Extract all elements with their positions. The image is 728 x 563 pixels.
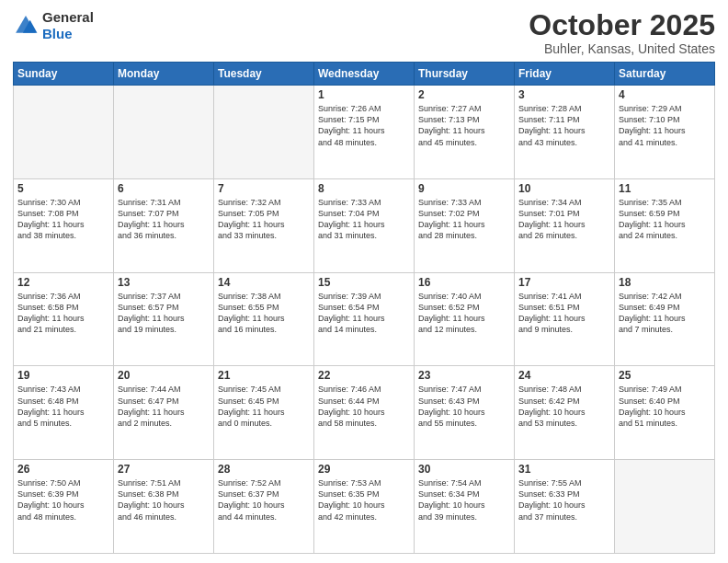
- day-header-wednesday: Wednesday: [314, 63, 415, 86]
- day-header-sunday: Sunday: [14, 63, 114, 86]
- day-number: 5: [17, 182, 109, 195]
- day-cell: 20Sunrise: 7:44 AM Sunset: 6:47 PM Dayli…: [114, 366, 214, 460]
- day-info: Sunrise: 7:33 AM Sunset: 7:02 PM Dayligh…: [418, 197, 510, 242]
- day-info: Sunrise: 7:55 AM Sunset: 6:33 PM Dayligh…: [518, 477, 610, 523]
- day-number: 1: [318, 88, 410, 101]
- logo-general: General: [42, 9, 94, 26]
- day-number: 20: [118, 369, 210, 382]
- day-cell: 29Sunrise: 7:53 AM Sunset: 6:35 PM Dayli…: [314, 460, 415, 554]
- week-row-2: 5Sunrise: 7:30 AM Sunset: 7:08 PM Daylig…: [14, 178, 715, 272]
- day-cell: 17Sunrise: 7:41 AM Sunset: 6:51 PM Dayli…: [515, 272, 615, 366]
- day-info: Sunrise: 7:35 AM Sunset: 6:59 PM Dayligh…: [619, 197, 711, 242]
- title-block: October 2025 Buhler, Kansas, United Stat…: [529, 9, 715, 56]
- day-info: Sunrise: 7:48 AM Sunset: 6:42 PM Dayligh…: [518, 384, 610, 429]
- day-cell: 14Sunrise: 7:38 AM Sunset: 6:55 PM Dayli…: [214, 272, 314, 366]
- day-info: Sunrise: 7:30 AM Sunset: 7:08 PM Dayligh…: [17, 197, 109, 242]
- logo-blue: Blue: [42, 26, 94, 42]
- day-header-friday: Friday: [515, 63, 615, 86]
- logo-text: General Blue: [42, 9, 94, 42]
- day-number: 30: [418, 463, 510, 476]
- day-info: Sunrise: 7:31 AM Sunset: 7:07 PM Dayligh…: [118, 197, 210, 242]
- day-number: 12: [17, 276, 109, 289]
- day-number: 9: [418, 182, 510, 195]
- day-number: 15: [318, 276, 410, 289]
- day-info: Sunrise: 7:38 AM Sunset: 6:55 PM Dayligh…: [218, 291, 310, 336]
- day-info: Sunrise: 7:50 AM Sunset: 6:39 PM Dayligh…: [17, 477, 109, 523]
- day-info: Sunrise: 7:51 AM Sunset: 6:38 PM Dayligh…: [118, 477, 210, 523]
- day-info: Sunrise: 7:49 AM Sunset: 6:40 PM Dayligh…: [619, 384, 711, 429]
- day-number: 10: [518, 182, 610, 195]
- day-cell: 21Sunrise: 7:45 AM Sunset: 6:45 PM Dayli…: [214, 366, 314, 460]
- day-info: Sunrise: 7:40 AM Sunset: 6:52 PM Dayligh…: [418, 291, 510, 336]
- day-cell: 9Sunrise: 7:33 AM Sunset: 7:02 PM Daylig…: [415, 178, 515, 272]
- day-number: 3: [518, 88, 610, 101]
- day-cell: 4Sunrise: 7:29 AM Sunset: 7:10 PM Daylig…: [615, 86, 715, 179]
- day-info: Sunrise: 7:47 AM Sunset: 6:43 PM Dayligh…: [418, 384, 510, 429]
- day-cell: 16Sunrise: 7:40 AM Sunset: 6:52 PM Dayli…: [415, 272, 515, 366]
- day-cell: 5Sunrise: 7:30 AM Sunset: 7:08 PM Daylig…: [14, 178, 114, 272]
- day-info: Sunrise: 7:27 AM Sunset: 7:13 PM Dayligh…: [418, 103, 510, 148]
- day-cell: [114, 86, 214, 179]
- location: Buhler, Kansas, United States: [529, 41, 715, 56]
- page: General Blue October 2025 Buhler, Kansas…: [0, 0, 728, 563]
- day-cell: 10Sunrise: 7:34 AM Sunset: 7:01 PM Dayli…: [515, 178, 615, 272]
- day-info: Sunrise: 7:54 AM Sunset: 6:34 PM Dayligh…: [418, 477, 510, 523]
- month-title: October 2025: [529, 9, 715, 41]
- day-cell: 19Sunrise: 7:43 AM Sunset: 6:48 PM Dayli…: [14, 366, 114, 460]
- day-info: Sunrise: 7:46 AM Sunset: 6:44 PM Dayligh…: [318, 384, 410, 429]
- day-number: 13: [118, 276, 210, 289]
- day-header-saturday: Saturday: [615, 63, 715, 86]
- day-info: Sunrise: 7:36 AM Sunset: 6:58 PM Dayligh…: [17, 291, 109, 336]
- day-cell: [214, 86, 314, 179]
- day-number: 21: [218, 369, 310, 382]
- day-info: Sunrise: 7:43 AM Sunset: 6:48 PM Dayligh…: [17, 384, 109, 429]
- day-number: 14: [218, 276, 310, 289]
- day-number: 16: [418, 276, 510, 289]
- day-cell: 24Sunrise: 7:48 AM Sunset: 6:42 PM Dayli…: [515, 366, 615, 460]
- week-row-1: 1Sunrise: 7:26 AM Sunset: 7:15 PM Daylig…: [14, 86, 715, 179]
- day-cell: 2Sunrise: 7:27 AM Sunset: 7:13 PM Daylig…: [415, 86, 515, 179]
- day-info: Sunrise: 7:41 AM Sunset: 6:51 PM Dayligh…: [518, 291, 610, 336]
- week-row-4: 19Sunrise: 7:43 AM Sunset: 6:48 PM Dayli…: [14, 366, 715, 460]
- day-number: 22: [318, 369, 410, 382]
- day-info: Sunrise: 7:52 AM Sunset: 6:37 PM Dayligh…: [218, 477, 310, 523]
- day-number: 29: [318, 463, 410, 476]
- day-cell: 18Sunrise: 7:42 AM Sunset: 6:49 PM Dayli…: [615, 272, 715, 366]
- day-cell: 31Sunrise: 7:55 AM Sunset: 6:33 PM Dayli…: [515, 460, 615, 554]
- week-row-5: 26Sunrise: 7:50 AM Sunset: 6:39 PM Dayli…: [14, 460, 715, 554]
- day-cell: 26Sunrise: 7:50 AM Sunset: 6:39 PM Dayli…: [14, 460, 114, 554]
- day-info: Sunrise: 7:26 AM Sunset: 7:15 PM Dayligh…: [318, 103, 410, 148]
- day-cell: 1Sunrise: 7:26 AM Sunset: 7:15 PM Daylig…: [314, 86, 415, 179]
- day-cell: 8Sunrise: 7:33 AM Sunset: 7:04 PM Daylig…: [314, 178, 415, 272]
- calendar: SundayMondayTuesdayWednesdayThursdayFrid…: [13, 62, 715, 554]
- day-info: Sunrise: 7:29 AM Sunset: 7:10 PM Dayligh…: [619, 103, 711, 148]
- day-number: 11: [619, 182, 711, 195]
- day-number: 27: [118, 463, 210, 476]
- day-header-tuesday: Tuesday: [214, 63, 314, 86]
- day-cell: 28Sunrise: 7:52 AM Sunset: 6:37 PM Dayli…: [214, 460, 314, 554]
- day-cell: 30Sunrise: 7:54 AM Sunset: 6:34 PM Dayli…: [415, 460, 515, 554]
- header: General Blue October 2025 Buhler, Kansas…: [13, 9, 715, 56]
- day-cell: 3Sunrise: 7:28 AM Sunset: 7:11 PM Daylig…: [515, 86, 615, 179]
- day-number: 8: [318, 182, 410, 195]
- day-number: 24: [518, 369, 610, 382]
- day-number: 31: [518, 463, 610, 476]
- day-cell: [14, 86, 114, 179]
- day-cell: 13Sunrise: 7:37 AM Sunset: 6:57 PM Dayli…: [114, 272, 214, 366]
- day-info: Sunrise: 7:45 AM Sunset: 6:45 PM Dayligh…: [218, 384, 310, 429]
- day-info: Sunrise: 7:33 AM Sunset: 7:04 PM Dayligh…: [318, 197, 410, 242]
- day-number: 23: [418, 369, 510, 382]
- day-info: Sunrise: 7:42 AM Sunset: 6:49 PM Dayligh…: [619, 291, 711, 336]
- logo: General Blue: [13, 9, 94, 42]
- day-info: Sunrise: 7:37 AM Sunset: 6:57 PM Dayligh…: [118, 291, 210, 336]
- logo-icon: [13, 13, 39, 39]
- week-row-3: 12Sunrise: 7:36 AM Sunset: 6:58 PM Dayli…: [14, 272, 715, 366]
- day-cell: 15Sunrise: 7:39 AM Sunset: 6:54 PM Dayli…: [314, 272, 415, 366]
- day-cell: 25Sunrise: 7:49 AM Sunset: 6:40 PM Dayli…: [615, 366, 715, 460]
- day-number: 17: [518, 276, 610, 289]
- day-number: 18: [619, 276, 711, 289]
- day-number: 28: [218, 463, 310, 476]
- day-info: Sunrise: 7:44 AM Sunset: 6:47 PM Dayligh…: [118, 384, 210, 429]
- day-cell: 6Sunrise: 7:31 AM Sunset: 7:07 PM Daylig…: [114, 178, 214, 272]
- day-number: 6: [118, 182, 210, 195]
